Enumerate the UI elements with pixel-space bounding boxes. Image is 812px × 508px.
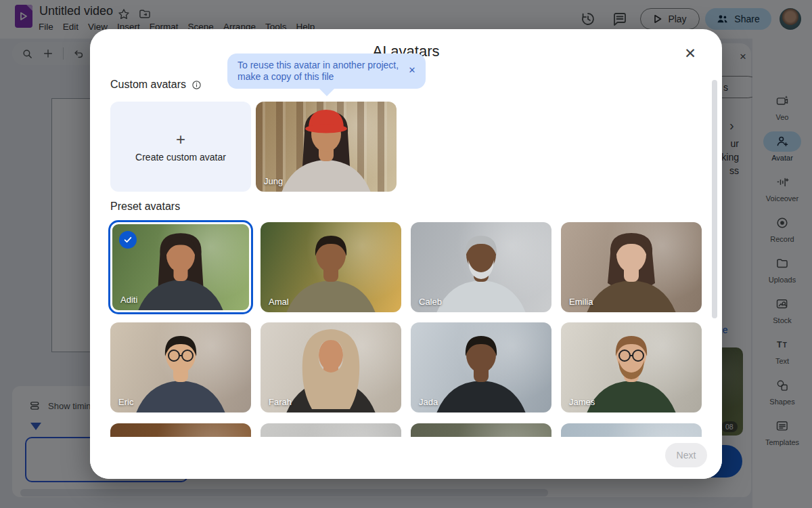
avatar-name-label: Emilia — [569, 297, 593, 307]
dialog-scrollbar[interactable] — [712, 80, 717, 318]
avatar-name-label: Farah — [269, 397, 292, 407]
avatar-name-label: Jung — [264, 176, 283, 186]
tooltip-line2: make a copy of this file — [238, 71, 403, 83]
avatar-tile-emilia[interactable]: Emilia — [561, 222, 702, 312]
tooltip-close-icon[interactable]: ✕ — [407, 66, 417, 75]
plus-icon: + — [176, 131, 185, 148]
avatar-tile-james[interactable]: James — [561, 322, 702, 412]
google-vids-app: Untitled video FileEditViewInsertFormatS… — [0, 0, 812, 508]
create-custom-avatar-label: Create custom avatar — [135, 152, 226, 163]
avatar-tile-amal[interactable]: Amal — [261, 222, 401, 312]
dialog-footer: Next — [90, 437, 722, 479]
create-custom-avatar-button[interactable]: + Create custom avatar — [110, 102, 251, 192]
reuse-avatar-tooltip: To reuse this avatar in another project,… — [227, 54, 426, 89]
info-icon[interactable] — [191, 80, 202, 90]
avatar-tile-aditi[interactable]: Aditi — [110, 222, 251, 312]
custom-avatars-label: Custom avatars — [110, 79, 186, 91]
avatar-name-label: Aditi — [120, 295, 137, 305]
avatar-tile-jung[interactable]: Jung — [256, 102, 397, 192]
custom-avatars-heading: Custom avatars — [110, 79, 202, 91]
avatar-name-label: James — [569, 397, 595, 407]
preset-avatars-heading: Preset avatars — [110, 200, 180, 213]
next-button[interactable]: Next — [665, 443, 707, 467]
preset-avatars-label: Preset avatars — [110, 200, 180, 213]
tooltip-line1: To reuse this avatar in another project, — [238, 60, 403, 71]
avatar-tile-caleb[interactable]: Caleb — [411, 222, 551, 312]
avatar-tile-jada[interactable]: Jada — [411, 322, 551, 412]
dialog-close-icon[interactable]: ✕ — [681, 44, 700, 63]
selected-check-icon — [119, 231, 137, 249]
avatar-tile-farah[interactable]: Farah — [261, 322, 401, 412]
avatar-name-label: Caleb — [419, 297, 442, 307]
avatar-tile-eric[interactable]: Eric — [110, 322, 251, 412]
ai-avatars-dialog: AI avatars ✕ To reuse this avatar in ano… — [90, 29, 722, 479]
avatar-name-label: Amal — [269, 297, 289, 307]
avatar-name-label: Jada — [419, 397, 438, 407]
avatar-name-label: Eric — [118, 397, 133, 407]
